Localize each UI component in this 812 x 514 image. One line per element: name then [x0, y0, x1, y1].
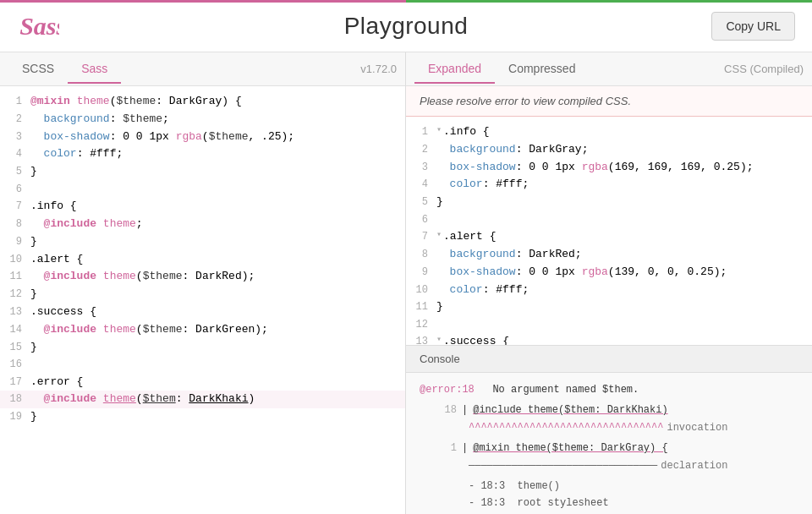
code-line-19: 19 }	[0, 408, 405, 426]
code-line-1: 1 @mixin theme($theme: DarkGray) {	[0, 93, 405, 111]
css-line-8: 8 background: DarkRed;	[406, 246, 812, 264]
left-panel: SCSS Sass v1.72.0 1 @mixin theme($theme:…	[0, 52, 406, 514]
css-line-12: 12	[406, 316, 812, 333]
code-line-17: 17 .error {	[0, 374, 405, 391]
copy-url-button[interactable]: Copy URL	[711, 12, 795, 41]
code-line-16: 16	[0, 356, 405, 373]
css-line-10: 10 color: #fff;	[406, 282, 812, 299]
css-line-13: 13 ▾ .success {	[406, 333, 812, 345]
error-banner: Please resolve error to view compiled CS…	[406, 86, 812, 117]
sass-code-editor[interactable]: 1 @mixin theme($theme: DarkGray) { 2 bac…	[0, 86, 405, 514]
css-line-5: 5 }	[406, 194, 812, 211]
tab-compressed[interactable]: Compressed	[495, 55, 589, 84]
css-line-3: 3 box-shadow: 0 0 1px rgba(169, 169, 169…	[406, 159, 812, 177]
code-line-14: 14 @include theme($theme: DarkGreen);	[0, 321, 405, 339]
code-line-15: 15 }	[0, 339, 405, 357]
css-compiled-label: CSS (Compiled)	[724, 63, 804, 75]
code-line-4: 4 color: #fff;	[0, 145, 405, 163]
code-line-11: 11 @include theme($theme: DarkRed);	[0, 268, 405, 286]
css-line-1: 1 ▾ .info {	[406, 123, 812, 141]
right-tab-bar: Expanded Compressed CSS (Compiled)	[406, 52, 812, 86]
code-line-5: 5 }	[0, 163, 405, 181]
left-tab-bar: SCSS Sass v1.72.0	[0, 52, 405, 86]
version-label: v1.72.0	[360, 63, 397, 75]
tab-sass[interactable]: Sass	[68, 55, 121, 84]
right-panel: Expanded Compressed CSS (Compiled) Pleas…	[406, 52, 812, 514]
code-line-7: 7 .info {	[0, 198, 405, 216]
css-line-6: 6	[406, 211, 812, 228]
code-line-12: 12 }	[0, 286, 405, 303]
code-line-3: 3 box-shadow: 0 0 1px rgba($theme, .25);	[0, 128, 405, 146]
top-bar: Sass Playground Copy URL	[0, 0, 812, 52]
code-line-9: 9 }	[0, 233, 405, 251]
code-line-8: 8 @include theme;	[0, 216, 405, 233]
code-line-6: 6	[0, 181, 405, 198]
code-line-13: 13 .success {	[0, 303, 405, 321]
code-line-10: 10 .alert {	[0, 251, 405, 269]
css-output: 1 ▾ .info { 2 background: DarkGray; 3 bo…	[406, 117, 812, 345]
main-content: SCSS Sass v1.72.0 1 @mixin theme($theme:…	[0, 52, 812, 514]
svg-text:Sass: Sass	[19, 12, 59, 40]
css-line-11: 11 }	[406, 298, 812, 316]
console-panel: Console @error:18 No argument named $the…	[406, 345, 812, 514]
code-line-18: 18 @include theme($them: DarkKhaki)	[0, 391, 405, 408]
tab-scss[interactable]: SCSS	[8, 55, 68, 84]
css-line-7: 7 ▾ .alert {	[406, 228, 812, 246]
console-body: @error:18 No argument named $them. 18 | …	[406, 373, 812, 514]
tab-expanded[interactable]: Expanded	[414, 55, 495, 84]
console-header: Console	[406, 346, 812, 373]
console-error-summary: @error:18 No argument named $them.	[420, 381, 798, 398]
css-line-4: 4 color: #fff;	[406, 176, 812, 194]
page-title: Playground	[344, 13, 469, 40]
css-line-2: 2 background: DarkGray;	[406, 141, 812, 159]
sass-logo: Sass	[17, 9, 59, 43]
css-line-9: 9 box-shadow: 0 0 1px rgba(139, 0, 0, 0.…	[406, 264, 812, 282]
code-line-2: 2 background: $theme;	[0, 111, 405, 128]
